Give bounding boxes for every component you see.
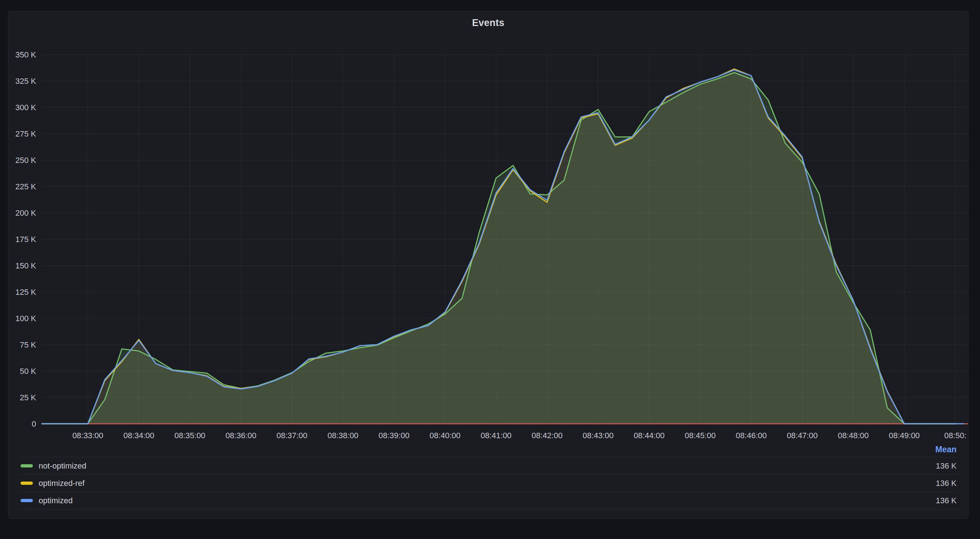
x-axis-tick-label: 08:50: bbox=[944, 431, 966, 440]
y-axis-tick-label: 325 K bbox=[16, 77, 37, 86]
x-axis-tick-label: 08:37:00 bbox=[277, 431, 308, 440]
x-axis-tick-label: 08:49:00 bbox=[889, 431, 920, 440]
y-axis-tick-label: 300 K bbox=[16, 103, 37, 112]
page: Events Mean not-optimized136 Koptimized-… bbox=[0, 0, 980, 539]
y-axis-tick-label: 0 bbox=[32, 419, 36, 429]
y-axis-tick-label: 25 K bbox=[20, 393, 37, 402]
x-axis-tick-label: 08:41:00 bbox=[480, 431, 512, 440]
y-axis-tick-label: 100 K bbox=[16, 314, 37, 323]
y-axis-tick-label: 225 K bbox=[16, 182, 37, 191]
x-axis-tick-label: 08:42:00 bbox=[531, 431, 563, 440]
x-axis-tick-label: 08:40:00 bbox=[430, 431, 461, 440]
y-axis-tick-label: 75 K bbox=[20, 340, 37, 349]
y-axis-tick-label: 250 K bbox=[16, 156, 37, 165]
x-axis-tick-label: 08:35:00 bbox=[174, 431, 205, 440]
x-axis-tick-label: 08:44:00 bbox=[634, 431, 665, 440]
y-axis-tick-label: 150 K bbox=[16, 261, 37, 270]
y-axis-tick-label: 175 K bbox=[16, 235, 37, 244]
time-series-chart[interactable]: 025 K50 K75 K100 K125 K150 K175 K200 K22… bbox=[0, 0, 980, 539]
y-axis-tick-label: 350 K bbox=[16, 50, 37, 59]
y-axis-tick-label: 125 K bbox=[16, 287, 37, 297]
x-axis-tick-label: 08:33:00 bbox=[72, 431, 103, 440]
x-axis-tick-label: 08:38:00 bbox=[328, 431, 359, 440]
x-axis-tick-label: 08:45:00 bbox=[685, 431, 716, 440]
x-axis-tick-label: 08:47:00 bbox=[787, 431, 818, 440]
x-axis-tick-label: 08:34:00 bbox=[124, 431, 154, 440]
x-axis-tick-label: 08:46:00 bbox=[736, 431, 767, 440]
x-axis-tick-label: 08:36:00 bbox=[225, 431, 256, 440]
y-axis-tick-label: 200 K bbox=[16, 209, 37, 217]
x-axis-tick-label: 08:48:00 bbox=[838, 431, 869, 440]
y-axis-tick-label: 50 K bbox=[20, 367, 37, 376]
x-axis-tick-label: 08:39:00 bbox=[379, 431, 409, 440]
y-axis-tick-label: 275 K bbox=[16, 129, 37, 138]
x-axis-tick-label: 08:43:00 bbox=[583, 431, 614, 440]
